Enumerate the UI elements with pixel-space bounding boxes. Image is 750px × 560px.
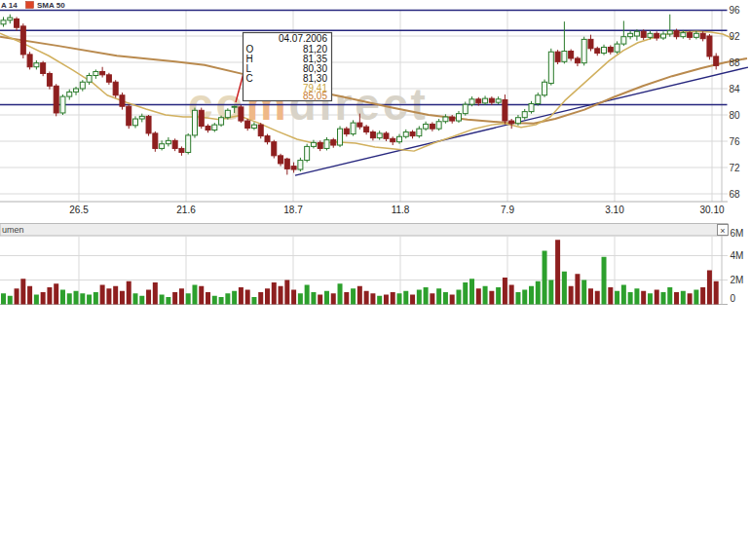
price-tick-label: 76 xyxy=(730,136,741,147)
volume-bar xyxy=(239,287,244,305)
date-tick-label: 7.9 xyxy=(501,205,514,215)
volume-bar xyxy=(251,297,256,305)
candle-body xyxy=(588,39,593,48)
volume-bar xyxy=(344,292,349,305)
volume-bar xyxy=(166,297,170,305)
volume-bar xyxy=(489,291,494,305)
candle-body xyxy=(674,31,679,37)
candle-body xyxy=(469,99,474,104)
volume-bar xyxy=(562,272,567,305)
candle-body xyxy=(166,140,170,143)
candle-body xyxy=(87,76,92,83)
volume-bar xyxy=(199,286,204,305)
volume-bar xyxy=(153,282,158,305)
candle-body xyxy=(456,114,461,121)
candle-body xyxy=(54,86,58,113)
candle-body xyxy=(251,125,256,128)
volume-panel-title: umen xyxy=(2,225,24,235)
volume-bar xyxy=(615,291,619,305)
candle-body xyxy=(120,95,125,106)
volume-bar xyxy=(1,293,6,304)
volume-bar xyxy=(305,285,310,305)
date-tick-label: 11.8 xyxy=(392,205,410,215)
candle-body xyxy=(628,33,633,36)
candle-body xyxy=(503,99,507,121)
candle-body xyxy=(681,33,686,37)
volume-bar xyxy=(133,293,138,304)
candle-body xyxy=(602,47,607,53)
date-tick-label: 21.6 xyxy=(176,205,196,215)
candle-body xyxy=(172,140,177,148)
candle-body xyxy=(384,133,389,138)
tooltip-close-label: C xyxy=(246,73,253,84)
volume-bar xyxy=(186,293,191,304)
volume-bar xyxy=(160,295,165,305)
candle-body xyxy=(311,142,316,146)
volume-bar xyxy=(331,293,336,304)
volume-close-button[interactable]: × xyxy=(718,225,729,236)
volume-bar xyxy=(298,293,303,304)
volume-bar xyxy=(265,288,270,304)
volume-bar xyxy=(291,290,296,305)
volume-bar xyxy=(357,286,362,305)
volume-bar xyxy=(403,291,408,305)
volume-bar xyxy=(602,257,607,305)
price-tick-label: 96 xyxy=(730,5,741,16)
volume-bar xyxy=(634,288,639,304)
candle-body xyxy=(357,123,362,127)
candle-body xyxy=(80,82,85,89)
date-tick-label: 3.10 xyxy=(605,205,624,215)
candle-body xyxy=(476,99,481,103)
volume-bar xyxy=(206,292,210,305)
volume-bar xyxy=(8,296,13,305)
candle-body xyxy=(536,95,541,104)
volume-bar xyxy=(54,283,58,304)
volume-bar xyxy=(515,292,520,305)
volume-bar xyxy=(258,292,263,305)
volume-bar xyxy=(522,290,527,305)
price-tick-label: 80 xyxy=(730,110,741,121)
volume-bar xyxy=(536,281,541,305)
candle-body xyxy=(344,129,349,133)
price-tick-label: 72 xyxy=(730,163,741,173)
candle-body xyxy=(555,52,560,61)
candle-body xyxy=(515,118,520,124)
candle-body xyxy=(41,63,46,74)
volume-bar xyxy=(496,287,501,305)
volume-panel-header[interactable] xyxy=(0,224,728,237)
ohlc-tooltip: 04.07.2006 O 81,20 H 81,35 L 80,30 C 81,… xyxy=(236,33,332,103)
candle-body xyxy=(391,138,395,141)
date-tick-label: 18.7 xyxy=(283,205,303,215)
candle-body xyxy=(562,52,567,62)
volume-bar xyxy=(364,291,369,305)
volume-bar xyxy=(469,279,474,304)
candle-body xyxy=(403,132,408,137)
volume-bar xyxy=(87,295,92,305)
volume-bar xyxy=(179,288,184,304)
candle-body xyxy=(688,33,693,38)
date-axis-labels: 26.521.618.711.87.93.1030.10 xyxy=(69,205,725,215)
volume-bars[interactable] xyxy=(1,240,719,304)
candle-body xyxy=(146,116,151,133)
volume-bar xyxy=(456,290,461,305)
candle-body xyxy=(47,73,52,86)
volume-bar xyxy=(60,290,65,305)
close-icon[interactable]: × xyxy=(720,226,725,236)
candle-body xyxy=(430,124,434,129)
volume-bar xyxy=(351,288,356,304)
volume-bar xyxy=(628,292,633,305)
indicator-legend: A 14 SMA 50 xyxy=(1,1,65,10)
volume-bar xyxy=(377,296,382,305)
volume-bar xyxy=(667,287,672,305)
candle-body xyxy=(548,52,553,83)
volume-tick-label: 0 xyxy=(731,293,736,304)
legend-item-sma50[interactable]: SMA 50 xyxy=(37,1,65,10)
candle-body xyxy=(655,33,659,38)
candle-body xyxy=(581,39,586,62)
candle-body xyxy=(291,167,296,169)
legend-item-ma14[interactable]: A 14 xyxy=(1,1,18,10)
candle-body xyxy=(489,98,494,102)
candle-body xyxy=(245,121,250,128)
volume-bar xyxy=(391,292,395,305)
volume-bar xyxy=(127,281,131,305)
